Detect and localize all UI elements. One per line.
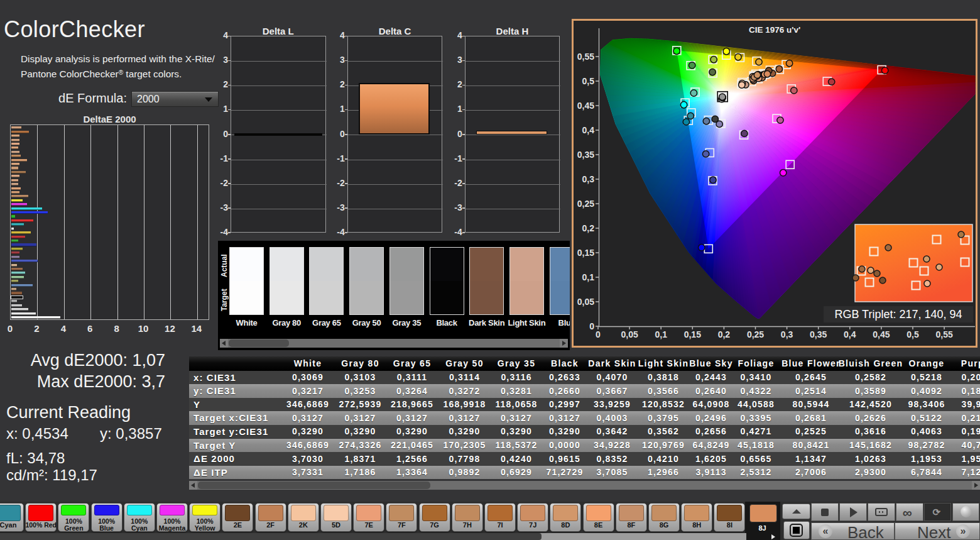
svg-text:0,35: 0,35 <box>577 150 594 160</box>
svg-text:0,3: 0,3 <box>582 174 595 184</box>
svg-text:0,15: 0,15 <box>577 248 594 258</box>
svg-text:0,1: 0,1 <box>582 272 595 282</box>
svg-text:CIE 1976 u'v': CIE 1976 u'v' <box>749 25 800 35</box>
svg-text:0,55: 0,55 <box>935 329 952 339</box>
svg-text:0,5: 0,5 <box>582 76 595 86</box>
svg-text:0,55: 0,55 <box>577 52 594 62</box>
svg-text:0,3: 0,3 <box>781 329 793 339</box>
svg-text:0,15: 0,15 <box>684 329 701 339</box>
svg-text:0,5: 0,5 <box>906 329 919 339</box>
svg-text:RGB Triplet: 217, 140, 94: RGB Triplet: 217, 140, 94 <box>834 308 962 321</box>
svg-text:0,1: 0,1 <box>655 329 667 339</box>
svg-text:0,05: 0,05 <box>621 329 638 339</box>
svg-text:0,2: 0,2 <box>718 329 731 339</box>
svg-text:0,2: 0,2 <box>582 223 595 233</box>
svg-text:0,4: 0,4 <box>582 125 595 135</box>
svg-text:0,25: 0,25 <box>747 329 764 339</box>
svg-text:0,35: 0,35 <box>810 329 827 339</box>
svg-text:0,45: 0,45 <box>577 101 594 111</box>
svg-text:0,4: 0,4 <box>844 329 856 339</box>
svg-text:0,05: 0,05 <box>577 297 594 307</box>
svg-text:0: 0 <box>596 329 601 339</box>
svg-text:0,25: 0,25 <box>577 199 594 209</box>
svg-text:0,45: 0,45 <box>873 329 890 339</box>
svg-text:0: 0 <box>589 321 594 331</box>
